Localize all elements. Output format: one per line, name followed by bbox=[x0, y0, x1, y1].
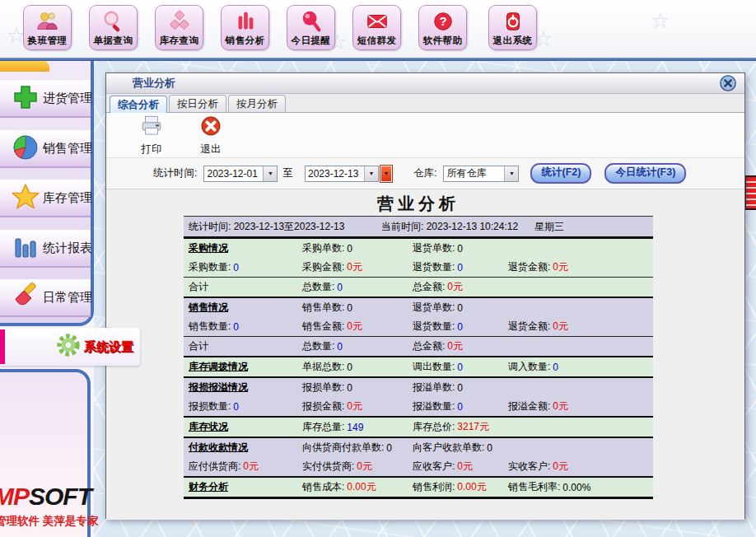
cell-value: 0元 bbox=[553, 460, 568, 474]
toolbar-button-software-help[interactable]: ?软件帮助 bbox=[418, 5, 467, 50]
report-section: 采购情况采购单数:0退货单数:0采购数量:0采购金额:0元退货数量:0退货金额:… bbox=[184, 239, 653, 298]
cell-value: 0 bbox=[337, 282, 343, 293]
chevron-down-icon[interactable]: ▼ bbox=[263, 166, 277, 181]
cell-label: 销售利润: bbox=[413, 480, 455, 494]
cell-value: 149 bbox=[347, 422, 363, 433]
table-cell: 报损金额:0元 bbox=[302, 399, 413, 413]
warehouse-combo[interactable]: 所有仓库 ▼ bbox=[443, 166, 519, 182]
table-row: 库存状况库存总量:149库存总价:3217元 bbox=[184, 418, 653, 437]
table-row: 库存调拨情况单据总数:0调出数量:0调入数量:0 bbox=[184, 357, 653, 376]
tab-combined-analysis[interactable]: 综合分析 bbox=[110, 96, 167, 113]
toolbar-button-exit-system[interactable]: 退出系统 bbox=[488, 5, 537, 50]
cell-label: 报溢单数: bbox=[413, 381, 455, 395]
cell-label: 总数量: bbox=[302, 280, 334, 294]
chevron-down-icon[interactable]: ▼ bbox=[364, 166, 378, 181]
table-cell: 销售情况 bbox=[184, 301, 302, 315]
section-title: 销售情况 bbox=[189, 301, 228, 315]
table-cell: 报溢数量:0 bbox=[413, 399, 508, 413]
sidebar-item-statistics-reports[interactable]: 统计报表 bbox=[0, 230, 91, 268]
cell-label: 销售成本: bbox=[302, 480, 344, 494]
cell-value: 0元 bbox=[553, 260, 568, 274]
star-icon bbox=[0, 182, 40, 215]
sidebar-item-system-settings[interactable]: 系统设置 bbox=[0, 328, 140, 366]
cell-label: 报溢数量: bbox=[413, 399, 455, 413]
cell-value: 0元 bbox=[553, 320, 568, 334]
report-current-time: 当前时间: 2023-12-13 10:24:12 bbox=[381, 220, 534, 234]
cell-value: 0 bbox=[233, 262, 239, 273]
sidebar-menu-panel: 进货管理销售管理库存管理统计报表日常管理 bbox=[0, 61, 94, 326]
close-icon[interactable] bbox=[719, 74, 737, 92]
cell-label: 合计 bbox=[189, 280, 208, 294]
cell-label: 总数量: bbox=[302, 339, 334, 353]
quit-icon bbox=[198, 114, 223, 142]
report-header-row: 统计时间: 2023-12-13至2023-12-13 当前时间: 2023-1… bbox=[184, 216, 653, 239]
clipped-red-window-edge[interactable] bbox=[744, 175, 756, 210]
tab-daily-analysis[interactable]: 按日分析 bbox=[169, 95, 226, 112]
toolbar-button-shift-management[interactable]: 换班管理 bbox=[23, 5, 72, 50]
cell-value: 0元 bbox=[553, 399, 568, 413]
section-title: 库存状况 bbox=[189, 420, 228, 434]
business-analysis-report: 营业分析 统计时间: 2023-12-13至2023-12-13 当前时间: 2… bbox=[184, 193, 653, 499]
table-cell: 报溢金额:0元 bbox=[508, 399, 653, 413]
table-row: 采购情况采购单数:0退货单数:0 bbox=[184, 239, 653, 258]
cell-label: 销售毛利率: bbox=[508, 480, 560, 494]
table-cell: 实收客户:0元 bbox=[508, 460, 653, 474]
toolbar-button-label: 软件帮助 bbox=[423, 35, 463, 47]
cell-value: 0 bbox=[233, 401, 239, 413]
sidebar-item-label: 库存管理 bbox=[43, 190, 92, 206]
date-to-combo[interactable]: 2023-12-13 ▼ bbox=[305, 166, 379, 182]
tool-button-label: 打印 bbox=[142, 142, 162, 156]
toolbar-button-receipt-query[interactable]: 单据查询 bbox=[89, 5, 138, 50]
table-cell: 销售利润:0.00元 bbox=[413, 480, 508, 494]
table-cell: 单据总数:0 bbox=[302, 360, 413, 374]
filter-bar: 统计时间: 2023-12-01 ▼ 至 2023-12-13 ▼ ▼ 仓库: … bbox=[106, 158, 744, 189]
sidebar-item-daily-management[interactable]: 日常管理 bbox=[0, 279, 91, 317]
settings-accent-bar bbox=[0, 329, 5, 364]
cell-value: 0 bbox=[457, 362, 463, 373]
brand-logo-mp: MP bbox=[0, 483, 29, 510]
table-row: 付款收款情况向供货商付款单数:0向客户收款单数:0 bbox=[184, 438, 653, 457]
sidebar-item-purchase-management[interactable]: 进货管理 bbox=[0, 80, 91, 118]
table-cell: 销售金额:0元 bbox=[302, 320, 413, 334]
cell-value: 0 bbox=[457, 321, 463, 333]
table-cell: 库存调拨情况 bbox=[184, 360, 302, 374]
section-title: 付款收款情况 bbox=[189, 441, 248, 455]
bulb-icon bbox=[299, 7, 324, 35]
cell-label: 应付供货商: bbox=[189, 460, 240, 474]
toolbar-button-sales-analysis[interactable]: 销售分析 bbox=[221, 5, 269, 50]
stat-time-label: 统计时间: bbox=[153, 166, 197, 180]
tab-monthly-analysis[interactable]: 按月分析 bbox=[228, 95, 286, 112]
table-cell: 退货数量:0 bbox=[413, 320, 508, 334]
table-cell: 采购单数:0 bbox=[302, 241, 413, 255]
table-cell: 退货单数:0 bbox=[413, 301, 508, 315]
table-cell: 总数量:0 bbox=[302, 339, 413, 353]
sidebar-item-inventory-management[interactable]: 库存管理 bbox=[0, 180, 91, 217]
plus-icon bbox=[0, 82, 40, 115]
chevron-down-icon[interactable]: ▼ bbox=[504, 166, 518, 181]
toolbar-button-today-reminder[interactable]: 今日提醒 bbox=[287, 5, 335, 50]
table-cell: 合计 bbox=[184, 339, 302, 353]
dialog-content: 营业分析 统计时间: 2023-12-13至2023-12-13 当前时间: 2… bbox=[106, 189, 744, 520]
quit-button[interactable]: 退出 bbox=[185, 114, 236, 156]
table-cell: 退货金额:0元 bbox=[508, 260, 653, 274]
toolbar-button-inventory-query[interactable]: 库存查询 bbox=[155, 5, 203, 50]
sidebar-item-label: 统计报表 bbox=[43, 240, 92, 256]
toolbar-button-label: 退出系统 bbox=[493, 35, 533, 47]
today-stat-f3-button[interactable]: 今日统计(F3) bbox=[604, 163, 686, 184]
table-cell: 合计 bbox=[184, 280, 302, 294]
table-cell: 退货数量:0 bbox=[413, 260, 508, 274]
table-cell: 向供货商付款单数:0 bbox=[302, 441, 413, 455]
print-button[interactable]: 打印 bbox=[126, 114, 177, 156]
pie-icon bbox=[0, 133, 40, 166]
sidebar-top-accent bbox=[0, 61, 49, 72]
toolbar-button-sms-broadcast[interactable]: 短信群发 bbox=[352, 5, 401, 50]
table-cell: 总金额:0元 bbox=[413, 280, 508, 294]
date-from-combo[interactable]: 2023-12-01 ▼ bbox=[203, 166, 278, 182]
dialog-title-bar: 营业分析 bbox=[106, 73, 744, 94]
cell-value: 0.00% bbox=[562, 482, 590, 493]
sidebar-item-sales-management[interactable]: 销售管理 bbox=[0, 130, 91, 168]
printer-icon bbox=[139, 114, 164, 142]
cell-label: 实付供货商: bbox=[302, 460, 354, 474]
date-dropdown-red-button[interactable]: ▼ bbox=[380, 166, 392, 182]
stat-f2-button[interactable]: 统计(F2) bbox=[530, 163, 591, 184]
